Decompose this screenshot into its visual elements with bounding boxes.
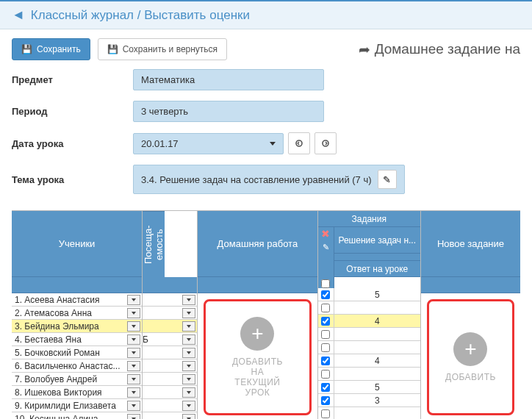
homework-column: Домашняя работа + ДОБАВИТЬ НА ТЕКУЩИЙ УР… [198, 211, 317, 419]
grade-cell[interactable]: 4 [334, 316, 420, 326]
subject-label: Предмет [12, 74, 133, 85]
period-select[interactable]: 3 четверть [133, 101, 324, 122]
add-task-label: ДОБАВИТЬ [445, 372, 496, 382]
subject-select[interactable]: Математика [133, 69, 324, 90]
attendance-cell[interactable] [143, 346, 197, 359]
attendance-cell[interactable] [143, 307, 197, 320]
pencil-icon[interactable]: ✎ [323, 240, 329, 254]
attendance-cell[interactable] [143, 373, 197, 386]
task-row [318, 301, 420, 315]
task-row [318, 328, 420, 341]
task-checkbox[interactable] [321, 304, 330, 312]
grade-cell[interactable]: 4 [334, 356, 420, 366]
student-row: 6. Васильченко Анастас... [12, 359, 142, 373]
task-row: 5 [318, 288, 420, 301]
plus-icon: + [453, 332, 487, 366]
attendance-menu-icon[interactable] [182, 387, 195, 398]
attendance-menu-icon[interactable] [182, 321, 195, 332]
attendance-cell[interactable]: Б [143, 333, 197, 346]
new-task-header: Новое задание [421, 211, 520, 277]
student-menu-icon[interactable] [127, 414, 140, 420]
add-task-button[interactable]: + ДОБАВИТЬ [427, 299, 514, 415]
grade-cell[interactable]: 5 [334, 382, 420, 393]
save-button-label: Сохранить [37, 44, 81, 54]
attendance-menu-icon[interactable] [182, 295, 195, 305]
attendance-cell[interactable] [143, 399, 197, 412]
student-menu-icon[interactable] [127, 348, 140, 358]
period-label: Период [12, 106, 133, 117]
edit-topic-button[interactable]: ✎ [378, 170, 397, 189]
student-menu-icon[interactable] [127, 321, 140, 332]
student-row: 2. Атемасова Анна [12, 307, 142, 320]
attendance-menu-icon[interactable] [182, 361, 195, 371]
task-checkbox[interactable] [321, 396, 330, 405]
student-row: 7. Волобуев Андрей [12, 373, 142, 386]
attendance-cell[interactable] [143, 386, 197, 399]
attendance-menu-icon[interactable] [182, 308, 195, 318]
task-checkbox[interactable] [321, 383, 330, 392]
toolbar: 💾 Сохранить 💾 Сохранить и вернуться ➦ До… [0, 29, 532, 69]
save-button[interactable]: 💾 Сохранить [12, 38, 90, 60]
share-icon: ➦ [359, 41, 370, 58]
attendance-cell[interactable] [143, 293, 197, 307]
add-homework-button[interactable]: + ДОБАВИТЬ НА ТЕКУЩИЙ УРОК [204, 299, 311, 415]
student-menu-icon[interactable] [127, 295, 140, 305]
task-checkbox[interactable] [321, 370, 330, 379]
date-label: Дата урока [12, 138, 133, 149]
task-checkbox[interactable] [321, 357, 330, 365]
task-checkbox[interactable] [321, 409, 330, 418]
topic-value: 3.4. Решение задач на составление уравне… [133, 165, 405, 194]
attendance-menu-icon[interactable] [182, 374, 195, 384]
date-prev-button[interactable] [288, 132, 310, 154]
task-checkbox[interactable] [321, 317, 330, 326]
attendance-menu-icon[interactable] [182, 348, 195, 358]
student-menu-icon[interactable] [127, 334, 140, 345]
grade-cell[interactable]: 5 [334, 290, 420, 300]
student-menu-icon[interactable] [127, 374, 140, 384]
attendance-cell[interactable] [143, 320, 197, 333]
attendance-header: Посеща-емость [143, 211, 165, 277]
attendance-cell[interactable] [143, 412, 197, 419]
save-back-label: Сохранить и вернуться [123, 44, 218, 54]
task-row: 5 [318, 381, 420, 394]
student-menu-icon[interactable] [127, 401, 140, 411]
task-checkbox[interactable] [321, 290, 330, 299]
topic-label: Тема урока [12, 174, 133, 185]
date-next-button[interactable] [314, 132, 337, 154]
task-row: 3 [318, 394, 420, 407]
save-icon: 💾 [21, 44, 32, 54]
attendance-menu-icon[interactable] [182, 401, 195, 411]
student-row: 3. Бейдина Эльмира [12, 320, 142, 333]
close-icon[interactable]: ✖ [321, 227, 330, 240]
task-row [318, 407, 420, 419]
svg-point-1 [323, 140, 328, 146]
tasks-header: Задания [318, 211, 420, 227]
task-row [318, 368, 420, 381]
student-row: 10. Косицына Алина [12, 412, 142, 419]
homework-header: Домашняя работа [198, 211, 317, 277]
back-icon[interactable]: ◄ [12, 7, 25, 23]
pencil-icon: ✎ [383, 174, 391, 185]
student-menu-icon[interactable] [127, 308, 140, 318]
attendance-menu-icon[interactable] [182, 414, 195, 420]
student-menu-icon[interactable] [127, 387, 140, 398]
date-select[interactable]: 20.01.17 [133, 133, 284, 154]
task-row [318, 341, 420, 354]
student-menu-icon[interactable] [127, 361, 140, 371]
grade-cell[interactable]: 3 [334, 395, 420, 406]
attendance-cell[interactable] [143, 359, 197, 373]
task-checkbox[interactable] [321, 330, 330, 339]
students-header: Ученики [12, 211, 142, 277]
save-and-back-button[interactable]: 💾 Сохранить и вернуться [98, 38, 227, 60]
breadcrumb: Классный журнал / Выставить оценки [31, 8, 250, 23]
select-all-checkbox[interactable] [321, 279, 330, 288]
grade-grid: Ученики 1. Асеева Анастасия2. Атемасова … [12, 210, 520, 419]
student-row: 1. Асеева Анастасия [12, 293, 142, 307]
task-checkbox[interactable] [321, 343, 330, 352]
task-name-header: Решение задач н... [334, 227, 420, 254]
form-section: Предмет Математика Период 3 четверть Дат… [0, 69, 532, 210]
task-row: 4 [318, 315, 420, 328]
add-homework-label: ДОБАВИТЬ НА ТЕКУЩИЙ УРОК [232, 357, 283, 398]
attendance-menu-icon[interactable] [182, 334, 195, 345]
task-side-controls: ✖ ✎ [318, 227, 334, 288]
